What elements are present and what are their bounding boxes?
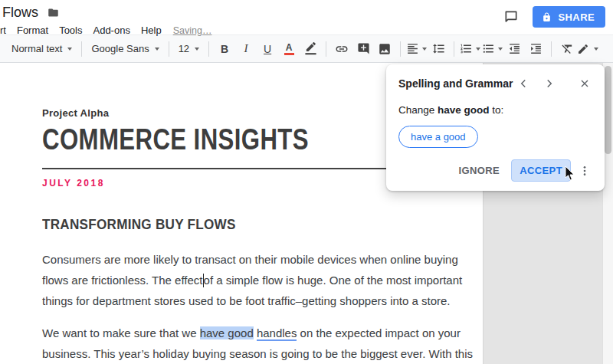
image-icon: [378, 42, 392, 56]
editing-mode-dropdown[interactable]: [577, 39, 598, 59]
decrease-indent-icon: [508, 42, 521, 55]
bulleted-list-icon: [482, 42, 495, 55]
chevron-down-icon: [498, 48, 503, 51]
close-icon: [579, 77, 591, 90]
toolbar-separator: [326, 41, 326, 57]
next-suggestion-button[interactable]: [542, 76, 557, 91]
paragraph-style-dropdown[interactable]: Normal text: [8, 39, 76, 59]
kebab-menu-icon: [579, 165, 591, 177]
paragraph-1[interactable]: Consumers are more likely to transact on…: [42, 249, 484, 311]
flagged-phrase-active[interactable]: have good: [200, 326, 254, 339]
text-segment: We want to make sure that we: [42, 326, 200, 339]
open-comments-button[interactable]: [502, 8, 520, 26]
scrollbar-thumb[interactable]: [605, 66, 611, 154]
dialog-title: Spelling and Grammar: [398, 77, 516, 90]
bulleted-list-button[interactable]: [482, 39, 503, 59]
toolbar-separator: [81, 41, 82, 57]
toolbar-separator: [400, 41, 401, 57]
font-size-dropdown[interactable]: 12: [175, 39, 203, 59]
font-size-value: 12: [179, 43, 189, 54]
bold-icon: B: [221, 44, 228, 54]
chevron-down-icon: [195, 48, 199, 51]
clear-formatting-button[interactable]: [557, 39, 577, 59]
line-spacing-button[interactable]: [428, 39, 448, 59]
share-button-label: SHARE: [558, 11, 595, 23]
menu-item-tools[interactable]: Tools: [54, 23, 87, 38]
change-prefix: Change: [398, 104, 438, 116]
topbar: Flows rt Format Tools Add-ons Help Savin…: [0, 0, 613, 34]
doc-title-heading: COMMERCE INSIGHTS: [42, 123, 404, 156]
paragraph-2[interactable]: We want to make sure that we have good h…: [42, 323, 484, 364]
font-family-value: Google Sans: [91, 43, 149, 54]
underline-icon: U: [264, 44, 271, 54]
menu-item-insert-partial[interactable]: rt: [0, 23, 11, 38]
link-icon: [335, 42, 349, 56]
saving-status[interactable]: Saving…: [173, 25, 212, 36]
numbered-list-button[interactable]: [460, 39, 480, 59]
insert-link-button[interactable]: [332, 39, 352, 59]
menu-item-format[interactable]: Format: [11, 23, 54, 38]
increase-indent-icon: [529, 42, 543, 55]
doc-section-heading: TRANSFORMING BUY FLOWS: [42, 216, 439, 233]
toolbar-separator: [169, 41, 169, 57]
chevron-down-icon: [422, 48, 427, 51]
bold-button[interactable]: B: [215, 39, 234, 59]
insert-image-button[interactable]: [375, 39, 395, 59]
text-color-icon: A: [284, 43, 294, 55]
paragraph-style-value: Normal text: [11, 43, 62, 54]
toolbar-separator: [208, 41, 209, 57]
suggestion-chip[interactable]: have a good: [398, 126, 478, 148]
change-phrase: have good: [438, 104, 490, 116]
clear-formatting-icon: [561, 42, 574, 55]
formatting-toolbar: Normal text Google Sans 12 B I U A: [0, 34, 613, 63]
chevron-left-icon: [516, 77, 530, 90]
toolbar-separator: [551, 41, 552, 57]
toolbar-separator: [454, 41, 454, 57]
more-options-button[interactable]: [577, 163, 592, 179]
menu-item-help[interactable]: Help: [136, 23, 167, 38]
chevron-down-icon: [476, 48, 480, 51]
chevron-down-icon: [594, 48, 598, 51]
decrease-indent-button[interactable]: [504, 39, 524, 59]
chevron-right-icon: [543, 77, 556, 90]
italic-icon: I: [244, 43, 248, 54]
italic-button[interactable]: I: [236, 39, 256, 59]
lock-icon: [542, 12, 552, 22]
document-title[interactable]: Flows: [2, 5, 38, 21]
underline-button[interactable]: U: [257, 39, 277, 59]
flagged-phrase[interactable]: handles: [257, 326, 297, 341]
chevron-down-icon: [155, 48, 159, 51]
pencil-icon: [577, 43, 589, 55]
share-button[interactable]: SHARE: [533, 6, 605, 28]
numbered-list-icon: [460, 42, 473, 55]
align-left-icon: [406, 42, 419, 55]
highlight-color-button[interactable]: [300, 39, 320, 59]
increase-indent-button[interactable]: [526, 39, 546, 59]
highlighter-icon: [304, 42, 317, 55]
accept-button[interactable]: ACCEPT: [511, 159, 571, 182]
text-color-button[interactable]: A: [279, 39, 299, 59]
add-comment-button[interactable]: [353, 39, 373, 59]
change-suffix: to:: [490, 104, 504, 116]
align-button[interactable]: [406, 39, 427, 59]
menu-item-addons[interactable]: Add-ons: [87, 23, 135, 38]
font-family-dropdown[interactable]: Google Sans: [87, 39, 162, 59]
add-comment-icon: [357, 42, 370, 55]
previous-suggestion-button[interactable]: [516, 76, 531, 91]
close-dialog-button[interactable]: [577, 76, 592, 91]
move-to-folder-icon[interactable]: [48, 7, 59, 18]
change-sentence: Change have good to:: [398, 104, 592, 116]
chevron-down-icon: [67, 48, 72, 51]
line-spacing-icon: [432, 42, 445, 55]
spelling-grammar-dialog: Spelling and Grammar Change have good to…: [386, 64, 605, 191]
ignore-button[interactable]: IGNORE: [451, 160, 506, 181]
